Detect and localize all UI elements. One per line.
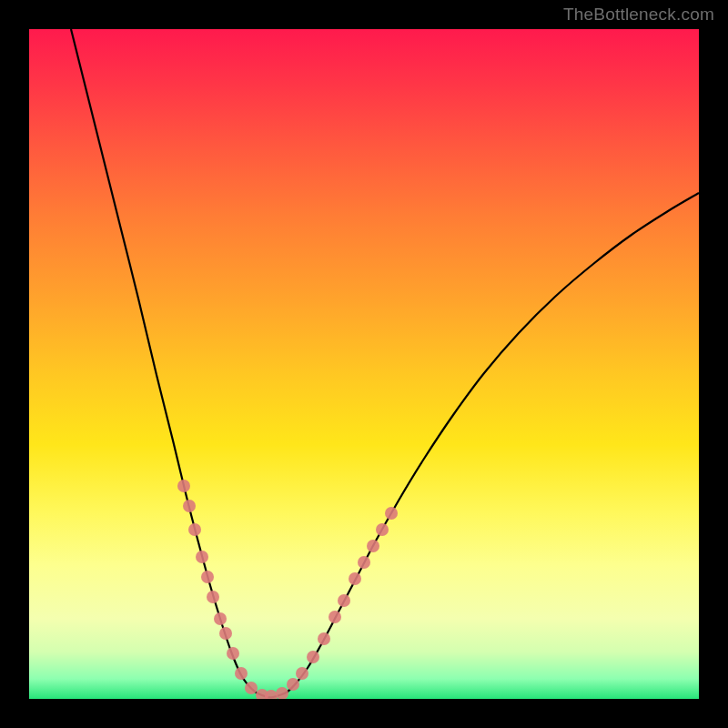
curve-marker [287,678,299,691]
curve-marker [349,572,361,585]
curve-marker [385,507,398,520]
curve-marker [338,594,350,607]
curve-marker [214,612,227,625]
curve-marker [307,651,319,663]
curve-marker [196,551,208,563]
bottleneck-curve [71,29,699,697]
curve-marker [207,591,219,603]
curve-marker [183,500,196,512]
curve-marker [367,540,379,552]
curve-marker [177,480,190,492]
curve-marker [245,682,258,694]
curve-marker [276,687,288,699]
curve-marker [318,632,330,645]
curve-marker [219,627,232,640]
curve-marker [376,523,389,536]
curve-marker [201,571,214,583]
curve-marker [329,611,341,623]
watermark-text: TheBottleneck.com [563,5,714,25]
curve-marker [296,667,308,680]
curve-marker [358,556,370,569]
gradient-plot-area [29,29,699,699]
plot-svg [29,29,699,699]
curve-marker [235,667,248,680]
curve-marker [188,523,201,536]
curve-marker [227,647,239,660]
